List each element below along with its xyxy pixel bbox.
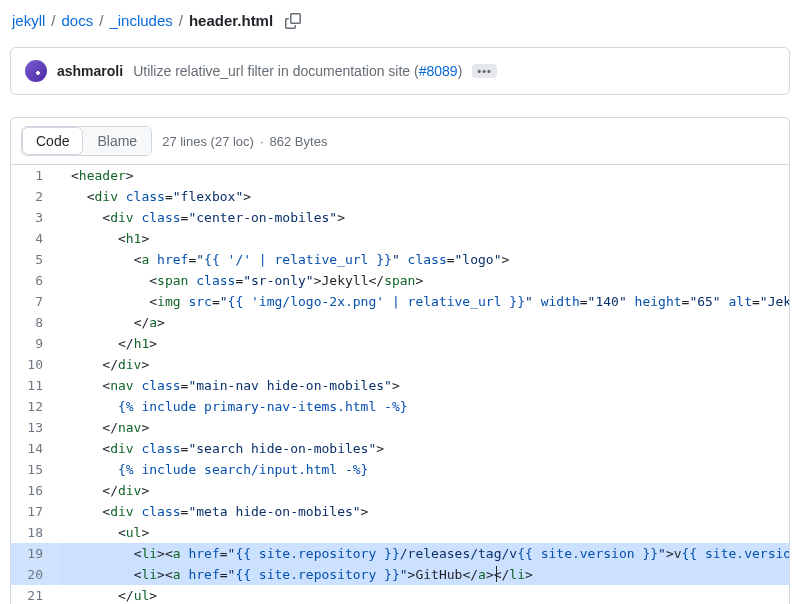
line-number[interactable]: 16 <box>11 480 61 501</box>
code-line[interactable]: 16 </div> <box>11 480 789 501</box>
expand-commit-icon[interactable]: ••• <box>472 64 497 78</box>
file-view: Code Blame 27 lines (27 loc)·862 Bytes <box>10 117 790 165</box>
code-line[interactable]: 6 <span class="sr-only">Jekyll</span> <box>11 270 789 291</box>
code-line[interactable]: 17 <div class="meta hide-on-mobiles"> <box>11 501 789 522</box>
line-number[interactable]: 14 <box>11 438 61 459</box>
code-text[interactable]: <nav class="main-nav hide-on-mobiles"> <box>61 375 789 396</box>
code-text[interactable]: </h1> <box>61 333 789 354</box>
code-text[interactable]: </nav> <box>61 417 789 438</box>
code-text[interactable]: <header> <box>61 165 789 186</box>
code-text[interactable]: </ul> <box>61 585 789 604</box>
code-line[interactable]: 14 <div class="search hide-on-mobiles"> <box>11 438 789 459</box>
code-text[interactable]: <span class="sr-only">Jekyll</span> <box>61 270 789 291</box>
line-number[interactable]: 15 <box>11 459 61 480</box>
line-number[interactable]: 3 <box>11 207 61 228</box>
code-text[interactable]: {% include primary-nav-items.html -%} <box>61 396 789 417</box>
tab-code[interactable]: Code <box>22 127 83 155</box>
code-text[interactable]: <ul> <box>61 522 789 543</box>
line-number[interactable]: 6 <box>11 270 61 291</box>
tab-blame[interactable]: Blame <box>83 127 151 155</box>
line-number[interactable]: 21 <box>11 585 61 604</box>
code-line[interactable]: 19 <li><a href="{{ site.repository }}/re… <box>11 543 789 564</box>
file-size: 862 Bytes <box>270 134 328 149</box>
line-number[interactable]: 18 <box>11 522 61 543</box>
code-text[interactable]: <img src="{{ 'img/logo-2x.png' | relativ… <box>61 291 789 312</box>
code-text[interactable]: <a href="{{ '/' | relative_url }}" class… <box>61 249 789 270</box>
code-text[interactable]: </a> <box>61 312 789 333</box>
commit-message[interactable]: Utilize relative_url filter in documenta… <box>133 63 462 79</box>
file-lines: 27 lines (27 loc) <box>162 134 254 149</box>
code-line[interactable]: 9 </h1> <box>11 333 789 354</box>
breadcrumb-link-1[interactable]: docs <box>62 12 94 29</box>
line-number[interactable]: 4 <box>11 228 61 249</box>
code-text[interactable]: <div class="center-on-mobiles"> <box>61 207 789 228</box>
code-text[interactable]: <li><a href="{{ site.repository }}">GitH… <box>61 564 789 585</box>
line-number[interactable]: 12 <box>11 396 61 417</box>
line-number[interactable]: 17 <box>11 501 61 522</box>
breadcrumb-sep: / <box>99 12 103 29</box>
code-text[interactable]: </div> <box>61 354 789 375</box>
latest-commit-box: ashmaroli Utilize relative_url filter in… <box>10 47 790 95</box>
breadcrumb-current: header.html <box>189 12 273 29</box>
line-number[interactable]: 5 <box>11 249 61 270</box>
commit-message-text: ) <box>458 63 463 79</box>
pr-link[interactable]: #8089 <box>419 63 458 79</box>
line-number[interactable]: 7 <box>11 291 61 312</box>
line-number[interactable]: 20 <box>11 564 61 585</box>
line-number[interactable]: 8 <box>11 312 61 333</box>
line-number[interactable]: 13 <box>11 417 61 438</box>
line-number[interactable]: 2 <box>11 186 61 207</box>
text-caret <box>496 566 497 582</box>
file-header: Code Blame 27 lines (27 loc)·862 Bytes <box>11 118 789 165</box>
code-line[interactable]: 3 <div class="center-on-mobiles"> <box>11 207 789 228</box>
avatar[interactable] <box>25 60 47 82</box>
code-line[interactable]: 5 <a href="{{ '/' | relative_url }}" cla… <box>11 249 789 270</box>
code-text[interactable]: <div class="meta hide-on-mobiles"> <box>61 501 789 522</box>
code-line[interactable]: 21 </ul> <box>11 585 789 604</box>
code-line[interactable]: 15 {% include search/input.html -%} <box>11 459 789 480</box>
code-line[interactable]: 4 <h1> <box>11 228 789 249</box>
code-line[interactable]: 20 <li><a href="{{ site.repository }}">G… <box>11 564 789 585</box>
copy-path-icon[interactable] <box>285 13 301 29</box>
code-line[interactable]: 1<header> <box>11 165 789 186</box>
view-toggle: Code Blame <box>21 126 152 156</box>
commit-message-text: Utilize relative_url filter in documenta… <box>133 63 419 79</box>
code-line[interactable]: 7 <img src="{{ 'img/logo-2x.png' | relat… <box>11 291 789 312</box>
code-content[interactable]: 1<header>2 <div class="flexbox">3 <div c… <box>10 165 790 604</box>
line-number[interactable]: 10 <box>11 354 61 375</box>
line-number[interactable]: 9 <box>11 333 61 354</box>
code-line[interactable]: 11 <nav class="main-nav hide-on-mobiles"… <box>11 375 789 396</box>
breadcrumb-link-2[interactable]: _includes <box>109 12 172 29</box>
code-text[interactable]: <li><a href="{{ site.repository }}/relea… <box>61 543 789 564</box>
line-number[interactable]: 1 <box>11 165 61 186</box>
code-text[interactable]: </div> <box>61 480 789 501</box>
code-text[interactable]: <div class="flexbox"> <box>61 186 789 207</box>
code-line[interactable]: 12 {% include primary-nav-items.html -%} <box>11 396 789 417</box>
breadcrumb: jekyll / docs / _includes / header.html <box>10 8 790 47</box>
code-line[interactable]: 8 </a> <box>11 312 789 333</box>
code-line[interactable]: 13 </nav> <box>11 417 789 438</box>
code-line[interactable]: 10 </div> <box>11 354 789 375</box>
line-number[interactable]: 11 <box>11 375 61 396</box>
code-line[interactable]: 2 <div class="flexbox"> <box>11 186 789 207</box>
code-text[interactable]: <div class="search hide-on-mobiles"> <box>61 438 789 459</box>
code-line[interactable]: 18 <ul> <box>11 522 789 543</box>
code-text[interactable]: {% include search/input.html -%} <box>61 459 789 480</box>
breadcrumb-sep: / <box>51 12 55 29</box>
breadcrumb-sep: / <box>179 12 183 29</box>
line-number[interactable]: 19 <box>11 543 61 564</box>
code-text[interactable]: <h1> <box>61 228 789 249</box>
commit-author[interactable]: ashmaroli <box>57 63 123 79</box>
file-meta: 27 lines (27 loc)·862 Bytes <box>162 134 327 149</box>
breadcrumb-link-0[interactable]: jekyll <box>12 12 45 29</box>
